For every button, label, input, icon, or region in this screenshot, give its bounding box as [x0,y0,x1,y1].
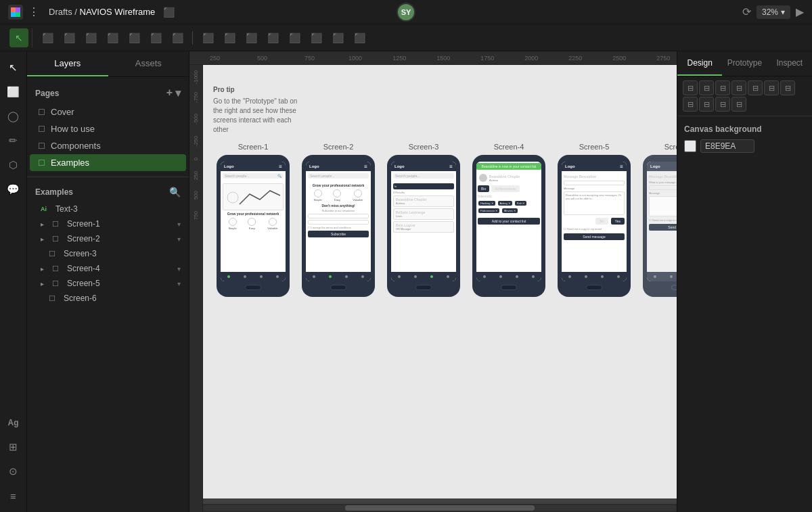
layer-screen6-label: Screen-6 [64,294,97,303]
next-icon[interactable]: ▶ [796,5,804,18]
distribute-h[interactable]: ⬛ [103,28,122,47]
scrollbar-track [203,505,677,511]
phone-frame-1[interactable]: Logo ≡ Search people...🔍 [217,155,290,297]
user-avatar[interactable]: SY [397,3,415,22]
select-tool[interactable]: ↖ [9,28,28,47]
rt-flip-h[interactable]: ⊟ [683,97,698,112]
rt-flip-v[interactable]: ⊟ [699,97,714,112]
page-examples-label: Examples [51,158,89,168]
tool-extra4[interactable]: ⬛ [307,28,325,47]
pen-icon[interactable]: ✏ [3,130,24,152]
canvas-content[interactable]: Pro tip Go to the "Prototype" tab on the… [203,65,677,498]
page-item-components[interactable]: ☐ Components [30,137,186,154]
canvas-scrollbar[interactable] [203,504,677,512]
rt-align-left[interactable]: ⊟ [683,80,698,95]
collapse-screen4-icon[interactable]: ▾ [177,265,181,273]
phone-frame-2[interactable]: Logo ≡ Search people... Grow your profes… [302,155,375,297]
tool-extra3[interactable]: ⬛ [285,28,304,47]
screen-group-4: Screen-4 Bearaldine is now in your conta… [472,143,545,297]
frame-icon-screen4: ☐ [52,264,62,273]
tool-extra6[interactable]: ⬛ [350,28,369,47]
frame-icon[interactable]: ⬜ [3,81,24,103]
layers-section-label: Examples [35,187,73,197]
align-center-h[interactable]: ⬛ [60,28,78,47]
screens-row: Screen-1 Logo ≡ Search people...🔍 [217,143,677,297]
page-item-examples[interactable]: ☐ Examples [30,154,186,171]
align-middle-v[interactable]: ⬛ [146,28,165,47]
rt-align-bottom[interactable]: ⊟ [780,80,795,95]
layer-item-screen1[interactable]: ▸ ☐ Screen-1 ▾ [27,216,189,231]
phone-frame-3[interactable]: Logo ≡ Search people... In 3 Results Bea… [387,155,460,297]
topbar-right: ⟳ 32% ▾ ▶ [742,5,804,19]
tidy-up[interactable]: ⬛ [220,28,239,47]
svg-rect-2 [11,12,16,17]
home-btn-6 [671,285,677,290]
rt-extra2[interactable]: ⊟ [731,97,746,112]
tab-inspect[interactable]: Inspect [767,51,812,76]
sidebar-content: Pages + ▾ ☐ Cover ☐ How to use ☐ Compone… [27,77,189,512]
align-bottom[interactable]: ⬛ [168,28,187,47]
tool-extra5[interactable]: ⬛ [328,28,347,47]
layer-item-screen2[interactable]: ▸ ☐ Screen-2 ▾ [27,231,189,246]
select-icon[interactable]: ↖ [3,57,24,78]
tab-assets[interactable]: Assets [108,51,189,76]
collapse-screen5-icon[interactable]: ▾ [177,280,181,287]
screen5-label: Screen-5 [579,143,610,151]
screen6-label: Screen-6 [664,143,677,151]
zoom-button[interactable]: 32% ▾ [757,5,790,19]
rt-distribute[interactable]: ⊟ [731,80,746,95]
align-left[interactable]: ⬛ [38,28,57,47]
canvas-color-swatch[interactable] [684,140,696,152]
main-layout: ↖ ⬜ ◯ ✏ ⬡ 💬 Ag ⊞ ⊙ ≡ Layers Assets Pages… [0,51,812,512]
rt-align-mid[interactable]: ⊟ [764,80,779,95]
layer-screen2-label: Screen-2 [67,234,100,243]
distribute-v[interactable]: ⬛ [198,28,217,47]
rt-extra1[interactable]: ⊟ [715,97,730,112]
layers-search-icon[interactable]: 🔍 [169,187,181,197]
layer-item-screen5[interactable]: ▸ ☐ Screen-5 ▾ [27,276,189,291]
add-page-icon[interactable]: + [166,87,173,99]
collapse-pages-icon[interactable]: ▾ [175,87,181,99]
text-icon-bottom[interactable]: Ag [3,412,24,434]
scrollbar-thumb[interactable] [345,505,535,511]
tool-extra1[interactable]: ⬛ [242,28,261,47]
layer-item-text3[interactable]: Ai Text-3 [27,202,189,216]
layer-screen5-label: Screen-5 [67,279,100,288]
history-icon[interactable]: ⟳ [742,5,751,18]
layer-item-screen3[interactable]: ☐ Screen-3 [27,246,189,261]
protip-title: Pro tip [213,85,301,95]
collapse-screen2-icon[interactable]: ▾ [177,235,181,243]
tool-extra2[interactable]: ⬛ [263,28,282,47]
settings-icon-bottom[interactable]: ⊙ [3,461,24,482]
layer-item-screen4[interactable]: ▸ ☐ Screen-4 ▾ [27,261,189,276]
tab-layers[interactable]: Layers [27,51,108,76]
canvas-area[interactable]: 250 500 750 1000 1250 1500 1750 2000 225… [189,51,677,512]
svg-rect-0 [11,7,16,12]
tab-prototype[interactable]: Prototype [722,51,767,76]
align-right[interactable]: ⬛ [81,28,100,47]
phone-frame-5[interactable]: Logo ≡ Message Bearaldine Message Bearal… [558,155,631,297]
rt-align-top[interactable]: ⊟ [748,80,763,95]
svg-point-4 [227,192,238,203]
expand-screen4-icon: ▸ [41,265,44,273]
page-item-cover[interactable]: ☐ Cover [30,103,186,120]
rt-align-right[interactable]: ⊟ [715,80,730,95]
comment-icon[interactable]: 💬 [3,179,24,200]
rt-align-center[interactable]: ⊟ [699,80,714,95]
phone-screen-3: Logo ≡ Search people... In 3 Results Bea… [391,162,456,281]
tab-design[interactable]: Design [677,51,722,76]
grid-icon-bottom[interactable]: ⊞ [3,436,24,458]
layers-icon-bottom[interactable]: ≡ [3,485,24,507]
plugin-icon[interactable]: ⬡ [3,154,24,176]
align-top[interactable]: ⬛ [125,28,143,47]
shape-icon[interactable]: ◯ [3,106,24,127]
collapse-screen1-icon[interactable]: ▾ [177,220,181,228]
layer-item-screen6[interactable]: ☐ Screen-6 [27,291,189,306]
phone-frame-6[interactable]: Logo ≡ Message Bearaldine What is your m… [643,155,677,297]
save-icon[interactable]: ⬛ [163,7,175,18]
canvas-color-input[interactable] [700,139,754,153]
phone-frame-4[interactable]: Bearaldine is now in your contact list B… [472,155,545,297]
menu-dots[interactable]: ⋮ [28,5,39,18]
page-item-how-to-use[interactable]: ☐ How to use [30,120,186,137]
left-sidebar: Layers Assets Pages + ▾ ☐ Cover ☐ How to… [27,51,189,512]
